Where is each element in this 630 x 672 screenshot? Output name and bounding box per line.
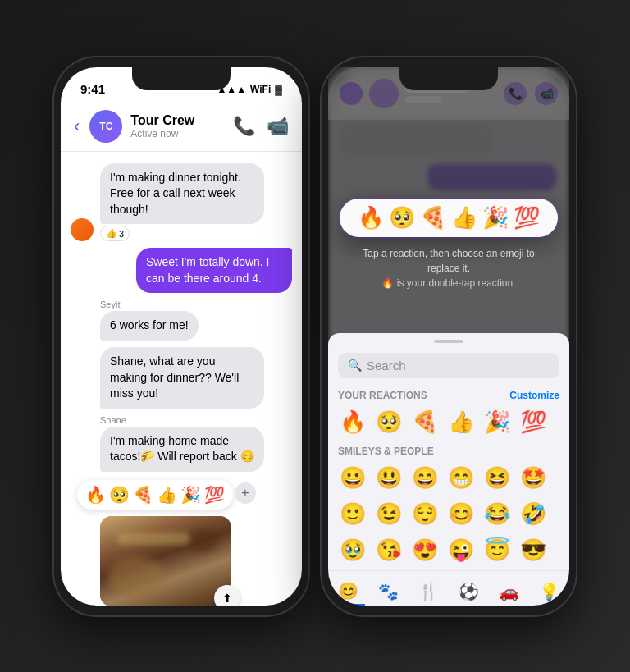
tab-animals[interactable]: 🐾 — [372, 578, 405, 605]
emoji-relieved[interactable]: 😌 — [409, 498, 441, 531]
emoji-slightly-smiling[interactable]: 🙂 — [336, 498, 369, 531]
emoji-grinning[interactable]: 😀 — [336, 462, 369, 495]
quick-100[interactable]: 💯 — [514, 205, 540, 231]
tab-travel[interactable]: 🚗 — [492, 578, 526, 605]
your-reactions-row: 🔥 🥺 🍕 👍 🎉 💯 — [328, 406, 569, 439]
reaction-bar[interactable]: 🔥 🥺 🍕 👍 🎉 💯 — [77, 480, 233, 510]
emoji-kissing[interactable]: 😘 — [372, 534, 405, 567]
reaction-emoji-1: 👍 — [106, 228, 117, 239]
avatar: TC — [89, 110, 122, 143]
quick-party[interactable]: 🎉 — [482, 205, 509, 231]
message-bubble-5: I'm making home made tacos!🌮 Will report… — [100, 427, 264, 472]
emoji-smile[interactable]: 😄 — [409, 462, 441, 495]
back-button[interactable]: ‹ — [74, 116, 80, 137]
chat-name: Tour Crew — [130, 113, 225, 128]
chat-header: ‹ TC Tour Crew Active now 📞 📹 — [61, 103, 302, 152]
message-bubble-2: Sweet I'm totally down. I can be there a… — [136, 248, 292, 293]
emoji-heart-eyes[interactable]: 😍 — [409, 534, 441, 567]
emoji-row-3: 🥹 😘 😍 😜 😇 😎 — [328, 534, 569, 567]
reaction-count-1: 3 — [119, 229, 124, 239]
emoji-beaming[interactable]: 😁 — [445, 462, 477, 495]
notch-left — [132, 67, 231, 90]
search-placeholder: Search — [367, 359, 406, 373]
emoji-rofl[interactable]: 🤣 — [517, 498, 550, 531]
emoji-search-bar[interactable]: 🔍 Search — [338, 353, 559, 378]
reaction-pleading[interactable]: 🥺 — [109, 485, 130, 505]
header-actions: 📞 📹 — [233, 116, 289, 137]
emoji-laughing[interactable]: 😆 — [481, 462, 514, 495]
phone-left: 9:41 ▲▲▲ WiFi ▓ ‹ TC Tour Crew Active no… — [54, 57, 308, 615]
tab-activities[interactable]: ⚽ — [452, 578, 486, 605]
emoji-smiley[interactable]: 😃 — [372, 462, 405, 495]
reaction-thumbsup[interactable]: 👍 — [157, 485, 177, 505]
your-reactions-label: YOUR REACTIONS Customize — [328, 386, 569, 406]
quick-thumbsup[interactable]: 👍 — [451, 205, 477, 231]
message-bubble-1: I'm making dinner tonight. Free for a ca… — [100, 163, 264, 225]
search-icon: 🔍 — [348, 359, 362, 372]
panel-handle — [434, 340, 463, 343]
reaction-party[interactable]: 🎉 — [180, 485, 201, 505]
emoji-panel: 🔍 Search YOUR REACTIONS Customize 🔥 🥺 🍕 … — [328, 333, 569, 606]
video-call-icon[interactable]: 📹 — [267, 116, 289, 137]
header-info: Tour Crew Active now — [130, 113, 225, 139]
quick-pizza[interactable]: 🍕 — [420, 205, 446, 231]
emoji-winking[interactable]: 😉 — [372, 498, 405, 531]
tab-food[interactable]: 🍴 — [412, 578, 445, 605]
quick-reaction-bar[interactable]: 🔥 🥺 🍕 👍 🎉 💯 — [340, 199, 558, 237]
message-bubble-3: 6 works for me! — [100, 311, 199, 341]
share-button[interactable]: ⬆ — [214, 585, 240, 605]
smileys-label: SMILEYS & PEOPLE — [328, 442, 569, 462]
customize-button[interactable]: Customize — [509, 390, 559, 401]
message-bubble-4: Shane, what are you making for dinner?? … — [100, 347, 264, 409]
tab-smileys[interactable]: 😊 — [331, 578, 365, 606]
double-tap-instruction: 🔥 is your double-tap reaction. — [348, 277, 550, 289]
quick-fire[interactable]: 🔥 — [358, 205, 384, 231]
battery-icon: ▓ — [275, 84, 282, 95]
tap-instruction: Tap a reaction, then choose an emoji to … — [348, 246, 550, 276]
wifi-icon: WiFi — [250, 84, 271, 95]
notch-right — [399, 67, 498, 90]
reaction-100[interactable]: 💯 — [204, 485, 225, 505]
message-reaction-1[interactable]: 👍 3 — [100, 226, 130, 241]
quick-pleading[interactable]: 🥺 — [389, 205, 415, 231]
emoji-wink-tongue[interactable]: 😜 — [445, 534, 477, 567]
status-time-left: 9:41 — [80, 82, 105, 96]
phone-call-icon[interactable]: 📞 — [233, 116, 255, 137]
yr-thumbsup[interactable]: 👍 — [445, 406, 477, 439]
reaction-pizza[interactable]: 🍕 — [133, 485, 153, 505]
food-image — [100, 516, 231, 605]
share-icon: ⬆ — [222, 592, 232, 605]
yr-pleading[interactable]: 🥺 — [372, 406, 405, 439]
phone-right: 📞 📹 🔥 🥺 🍕 👍 🎉 💯 Tap a reacti — [322, 57, 576, 615]
emoji-row-2: 🙂 😉 😌 😊 😂 🤣 — [328, 498, 569, 531]
emoji-holding-back[interactable]: 🥹 — [336, 534, 369, 567]
messages-area: I'm making dinner tonight. Free for a ca… — [61, 152, 302, 606]
yr-pizza[interactable]: 🍕 — [409, 406, 441, 439]
emoji-tab-bar: 😊 🐾 🍴 ⚽ 🚗 💡 — [328, 570, 569, 606]
chat-status: Active now — [130, 128, 225, 139]
sender-name-shane: Shane — [100, 415, 292, 425]
emoji-row-1: 😀 😃 😄 😁 😆 🤩 — [328, 462, 569, 495]
reaction-fire[interactable]: 🔥 — [85, 485, 106, 505]
tab-objects[interactable]: 💡 — [532, 578, 566, 605]
yr-fire[interactable]: 🔥 — [336, 406, 369, 439]
emoji-blush[interactable]: 😊 — [445, 498, 477, 531]
yr-100[interactable]: 💯 — [517, 406, 550, 439]
add-reaction-button[interactable]: + — [235, 482, 256, 504]
sender-avatar-1 — [71, 218, 94, 241]
emoji-cool[interactable]: 😎 — [517, 534, 550, 567]
emoji-angel[interactable]: 😇 — [481, 534, 514, 567]
emoji-starstruck[interactable]: 🤩 — [517, 462, 550, 495]
emoji-joy[interactable]: 😂 — [481, 498, 514, 531]
sender-name-seyit: Seyit — [100, 299, 292, 309]
yr-party[interactable]: 🎉 — [481, 406, 514, 439]
